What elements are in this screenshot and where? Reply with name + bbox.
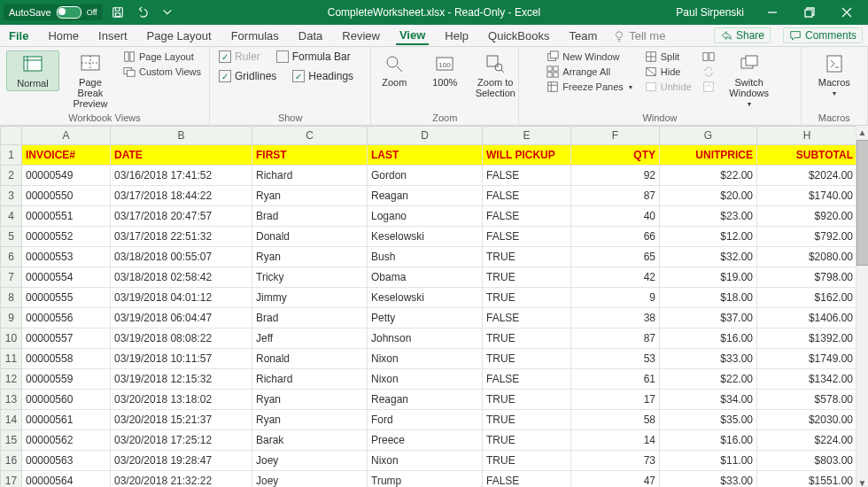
- cell[interactable]: $16.00: [660, 329, 757, 349]
- cell[interactable]: $1740.00: [757, 186, 857, 206]
- col-header-F[interactable]: F: [571, 127, 660, 145]
- cell[interactable]: 00000561: [22, 410, 111, 430]
- cell[interactable]: 03/19/2018 12:15:32: [111, 369, 252, 390]
- cell[interactable]: $578.00: [757, 390, 857, 410]
- cell[interactable]: Jeff: [252, 329, 368, 349]
- tab-help[interactable]: Help: [441, 27, 472, 44]
- cell[interactable]: 00000559: [22, 369, 111, 390]
- cell[interactable]: $32.00: [660, 247, 757, 267]
- gridlines-checkbox[interactable]: ✓Gridlines: [217, 70, 278, 82]
- qat-dropdown-icon[interactable]: [158, 3, 177, 22]
- save-icon[interactable]: [108, 3, 128, 22]
- zoom-100-button[interactable]: 100 100%: [425, 50, 464, 89]
- tab-formulas[interactable]: Formulas: [228, 27, 283, 44]
- cell[interactable]: Nixon: [368, 451, 483, 471]
- cell[interactable]: $798.00: [757, 267, 857, 288]
- cell[interactable]: TRUE: [483, 288, 571, 308]
- cell[interactable]: TRUE: [483, 267, 571, 288]
- cell[interactable]: DATE: [111, 145, 252, 166]
- cell[interactable]: 38: [571, 308, 660, 329]
- autosave-toggle[interactable]: AutoSave Off: [4, 4, 103, 20]
- row-header[interactable]: 11: [1, 349, 22, 369]
- cell[interactable]: 03/19/2018 04:01:12: [111, 288, 252, 308]
- row-header[interactable]: 13: [1, 390, 22, 410]
- cell[interactable]: LAST: [368, 145, 483, 166]
- freeze-panes-button[interactable]: Freeze Panes▾: [545, 81, 633, 93]
- cell[interactable]: Ryan: [252, 390, 368, 410]
- tab-insert[interactable]: Insert: [95, 27, 131, 44]
- cell[interactable]: Trump: [368, 471, 483, 488]
- switch-windows-button[interactable]: Switch Windows▾: [724, 50, 775, 110]
- cell[interactable]: 17: [571, 390, 660, 410]
- cell[interactable]: TRUE: [483, 451, 571, 471]
- cell[interactable]: 03/20/2018 15:21:37: [111, 410, 252, 430]
- zoom-button[interactable]: Zoom: [368, 50, 420, 89]
- cell[interactable]: 00000563: [22, 451, 111, 471]
- tab-home[interactable]: Home: [44, 27, 82, 44]
- tab-data[interactable]: Data: [295, 27, 326, 44]
- macros-button[interactable]: Macros ▾: [809, 50, 860, 99]
- cell[interactable]: Tricky: [252, 267, 368, 288]
- cell[interactable]: 03/17/2018 18:44:22: [111, 186, 252, 206]
- cell[interactable]: $803.00: [757, 451, 857, 471]
- row-header[interactable]: 6: [1, 247, 22, 267]
- cell[interactable]: SUBTOTAL: [757, 145, 857, 166]
- cell[interactable]: $1342.00: [757, 369, 857, 390]
- cell[interactable]: Nixon: [368, 349, 483, 369]
- custom-views-button[interactable]: Custom Views: [121, 66, 203, 78]
- cell[interactable]: Keselowski: [368, 227, 483, 247]
- cell[interactable]: Ryan: [252, 247, 368, 267]
- normal-view-button[interactable]: Normal: [6, 50, 59, 91]
- cell[interactable]: $20.00: [660, 186, 757, 206]
- cell[interactable]: Johnson: [368, 329, 483, 349]
- cell[interactable]: Reagan: [368, 186, 483, 206]
- undo-icon[interactable]: [133, 3, 152, 22]
- cell[interactable]: 66: [571, 227, 660, 247]
- cell[interactable]: FALSE: [483, 227, 571, 247]
- row-header[interactable]: 1: [1, 145, 22, 166]
- cell[interactable]: $1749.00: [757, 349, 857, 369]
- cell[interactable]: 42: [571, 267, 660, 288]
- select-all-corner[interactable]: [1, 127, 22, 145]
- cell[interactable]: TRUE: [483, 410, 571, 430]
- cell[interactable]: Ryan: [252, 410, 368, 430]
- cell[interactable]: $792.00: [757, 227, 857, 247]
- cell[interactable]: Richard: [252, 166, 368, 186]
- row-header[interactable]: 5: [1, 227, 22, 247]
- cell[interactable]: 47: [571, 471, 660, 488]
- cell[interactable]: FIRST: [252, 145, 368, 166]
- vertical-scrollbar[interactable]: ▲ ▼: [856, 126, 868, 487]
- cell[interactable]: Ford: [368, 410, 483, 430]
- cell[interactable]: 53: [571, 349, 660, 369]
- cell[interactable]: Joey: [252, 451, 368, 471]
- cell[interactable]: $224.00: [757, 430, 857, 451]
- cell[interactable]: $1406.00: [757, 308, 857, 329]
- cell[interactable]: 87: [571, 329, 660, 349]
- cell[interactable]: 61: [571, 369, 660, 390]
- cell[interactable]: 58: [571, 410, 660, 430]
- tab-team[interactable]: Team: [565, 27, 601, 44]
- col-header-E[interactable]: E: [483, 127, 571, 145]
- cell[interactable]: 03/20/2018 17:25:12: [111, 430, 252, 451]
- cell[interactable]: Ryan: [252, 186, 368, 206]
- cell[interactable]: Jimmy: [252, 288, 368, 308]
- cell[interactable]: 9: [571, 288, 660, 308]
- cell[interactable]: $1551.00: [757, 471, 857, 488]
- tab-quickbooks[interactable]: QuickBooks: [484, 27, 553, 44]
- row-header[interactable]: 8: [1, 288, 22, 308]
- row-header[interactable]: 14: [1, 410, 22, 430]
- cell[interactable]: Richard: [252, 369, 368, 390]
- cell[interactable]: 87: [571, 186, 660, 206]
- cell[interactable]: TRUE: [483, 247, 571, 267]
- cell[interactable]: $11.00: [660, 451, 757, 471]
- cell[interactable]: 03/16/2018 17:41:52: [111, 166, 252, 186]
- cell[interactable]: INVOICE#: [22, 145, 111, 166]
- cell[interactable]: FALSE: [483, 308, 571, 329]
- reset-window-icon[interactable]: [702, 81, 715, 93]
- cell[interactable]: 00000555: [22, 288, 111, 308]
- cell[interactable]: 00000551: [22, 206, 111, 227]
- cell[interactable]: $18.00: [660, 288, 757, 308]
- cell[interactable]: Brad: [252, 308, 368, 329]
- hide-button[interactable]: Hide: [643, 66, 694, 78]
- col-header-B[interactable]: B: [111, 127, 252, 145]
